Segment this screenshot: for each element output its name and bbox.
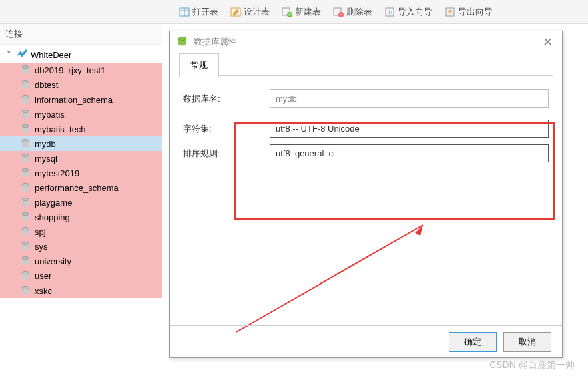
connection-tree: ˅ WhiteDeer db2019_rjxy_test1dbtestinfor… [0,45,162,301]
database-icon [20,226,31,237]
database-label: dbtest [35,80,58,90]
tab-general[interactable]: 常规 [179,53,219,77]
database-node[interactable]: user [0,268,162,283]
new-icon [282,7,292,17]
database-label: xskc [35,286,52,296]
database-node[interactable]: dbtest [0,77,162,92]
collation-label: 排序规则: [183,148,270,160]
database-icon [20,153,31,164]
database-label: information_schema [35,95,113,105]
database-properties-dialog: 数据库属性 ✕ 常规 数据库名: 字符集: utf8 -- UTF-8 Unic… [169,31,563,358]
database-label: mybatis [35,110,65,120]
database-label: mytest2019 [35,168,79,178]
svg-marker-45 [415,225,423,236]
charset-select[interactable]: utf8 -- UTF-8 Unicode [270,120,549,138]
database-node[interactable]: mysql [0,151,162,166]
database-node[interactable]: spj [0,224,162,239]
database-icon [20,138,31,149]
connection-label: WhiteDeer [31,50,71,60]
database-node[interactable]: information_schema [0,92,162,107]
database-icon [20,182,31,193]
toolbar: 打开表 设计表 新建表 删除表 导入向导 导出向导 [0,0,588,24]
new-label: 新建表 [295,6,321,18]
design-table-button[interactable]: 设计表 [225,3,275,21]
database-label: mysql [35,154,57,164]
annotation-arrow [223,218,436,339]
database-node[interactable]: mybatis [0,107,162,122]
database-label: university [35,256,71,266]
dialog-title-text: 数据库属性 [194,36,237,48]
database-node[interactable]: university [0,254,162,268]
database-node[interactable]: playgame [0,195,162,210]
database-icon [20,256,31,266]
database-label: shopping [35,212,70,222]
open-label: 打开表 [192,6,218,18]
design-icon [230,7,241,17]
dialog-footer: 确定 取消 [170,325,562,357]
delete-table-button[interactable]: 删除表 [328,3,378,21]
export-icon [445,7,455,17]
dbname-field[interactable] [270,89,549,108]
delete-icon [333,7,344,17]
table-icon [179,7,190,17]
database-icon [176,36,188,48]
close-icon[interactable]: ✕ [540,35,555,49]
svg-line-44 [236,225,423,332]
charset-label: 字符集: [183,123,270,135]
import-button[interactable]: 导入向导 [379,3,438,21]
database-icon [20,197,31,208]
database-icon [20,285,31,296]
dbname-label: 数据库名: [183,93,270,105]
database-icon [20,241,31,252]
database-node[interactable]: shopping [0,210,162,224]
cancel-button[interactable]: 取消 [503,332,551,352]
sidebar: 连接 ˅ WhiteDeer db2019_rjxy_test1dbtestin… [0,24,162,378]
database-label: mybatis_tech [35,124,86,134]
chevron-down-icon: ˅ [4,50,13,60]
connection-node[interactable]: ˅ WhiteDeer [0,47,162,63]
form: 数据库名: 字符集: utf8 -- UTF-8 Unicode 排序规则: u… [170,76,562,182]
database-icon [20,212,31,222]
dialog-titlebar[interactable]: 数据库属性 ✕ [170,31,562,53]
database-icon [20,94,31,105]
import-label: 导入向导 [398,6,432,18]
delete-label: 删除表 [346,6,372,18]
database-node[interactable]: xskc [0,283,162,298]
export-label: 导出向导 [458,6,493,18]
database-icon [20,270,31,281]
database-icon [20,79,31,90]
database-label: playgame [35,198,72,208]
new-table-button[interactable]: 新建表 [276,3,326,21]
database-label: mydb [35,139,56,149]
database-node[interactable]: mytest2019 [0,166,162,180]
database-label: db2019_rjxy_test1 [35,65,105,75]
database-label: user [35,271,51,281]
ok-button[interactable]: 确定 [449,332,497,352]
database-node[interactable]: mybatis_tech [0,122,162,136]
import-icon [384,7,395,17]
design-label: 设计表 [244,6,270,18]
database-label: spj [35,227,46,237]
database-node[interactable]: sys [0,239,162,254]
tabs: 常规 [170,53,562,76]
watermark: CSDN @白鹿第一帅 [489,359,575,371]
connection-icon [16,49,28,61]
database-icon [20,168,31,178]
database-node[interactable]: mydb [0,136,162,151]
collation-select[interactable]: utf8_general_ci [270,144,549,162]
database-label: performance_schema [35,183,119,193]
database-label: sys [35,242,48,252]
export-button[interactable]: 导出向导 [439,3,498,21]
sidebar-header: 连接 [0,24,162,45]
open-table-button[interactable]: 打开表 [174,3,224,21]
content-area: 数据库属性 ✕ 常规 数据库名: 字符集: utf8 -- UTF-8 Unic… [162,24,588,378]
database-node[interactable]: performance_schema [0,180,162,195]
database-node[interactable]: db2019_rjxy_test1 [0,63,162,77]
database-icon [20,109,31,120]
database-icon [20,124,31,134]
database-icon [20,65,31,75]
